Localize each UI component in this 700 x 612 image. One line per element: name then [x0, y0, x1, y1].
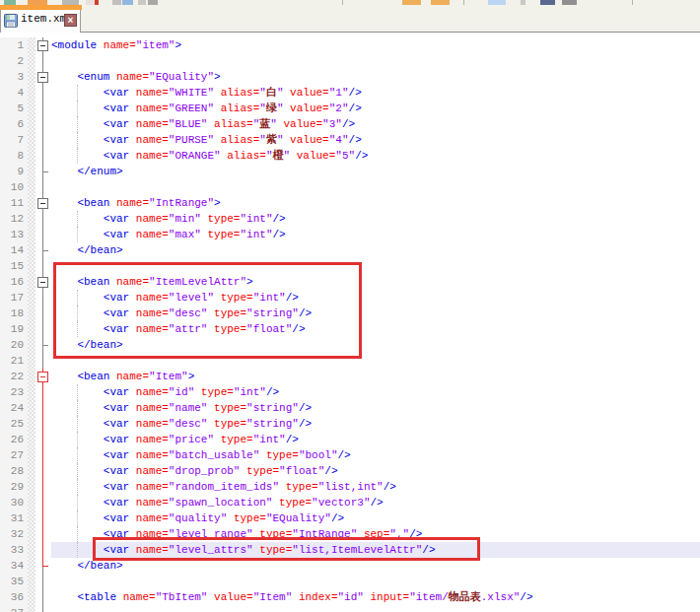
bookmark-margin	[28, 274, 35, 290]
fold-toggle-icon[interactable]	[35, 274, 51, 290]
code-line[interactable]: </bean>	[51, 337, 700, 353]
code-line[interactable]	[51, 258, 700, 274]
code-row: 1<module name="item">	[0, 37, 700, 53]
code-token: />	[384, 481, 396, 493]
active-tab-accent	[0, 5, 82, 10]
code-line[interactable]: <var name="GREEN" alias="绿" value="2"/>	[51, 101, 700, 116]
code-line[interactable]: <var name="random_item_ids" type="list,i…	[51, 479, 700, 495]
toolbar-icon-fragment[interactable]	[540, 0, 555, 5]
code-line[interactable]: </bean>	[51, 558, 700, 574]
fold-margin	[35, 574, 51, 589]
code-token	[279, 481, 286, 493]
code-token: "int"	[253, 292, 286, 304]
fold-margin	[35, 589, 51, 605]
tab-close-icon[interactable]: ×	[64, 14, 77, 27]
fold-toggle-icon[interactable]	[35, 369, 51, 384]
bookmark-margin	[28, 605, 35, 612]
toolbar-icon-fragment[interactable]	[562, 0, 577, 5]
code-line[interactable]	[51, 574, 700, 589]
code-line[interactable]: <table name="TbItem" value="Item" index=…	[51, 589, 700, 605]
code-line[interactable]: <var name="batch_usable" type="bool"/>	[51, 447, 700, 463]
code-token: <bean	[77, 276, 116, 288]
code-token: name=	[136, 402, 169, 414]
code-token: type=	[259, 528, 292, 540]
code-row: 26 <var name="price" type="int"/>	[0, 432, 700, 447]
line-number: 33	[0, 542, 28, 558]
toolbar-icon-fragment[interactable]	[402, 0, 421, 5]
code-line[interactable]: <var name="BLUE" alias="蓝" value="3"/>	[51, 116, 700, 132]
code-token: <var	[104, 323, 136, 335]
code-line[interactable]: <bean name="IntRange">	[51, 195, 700, 211]
code-token: "max"	[169, 229, 201, 240]
code-line[interactable]: <var name="desc" type="string"/>	[51, 416, 700, 432]
fold-toggle-icon[interactable]	[35, 37, 51, 53]
code-line[interactable]: </bean>	[51, 242, 700, 258]
code-line[interactable]: <var name="level" type="int"/>	[51, 290, 700, 306]
toolbar-icon-fragment[interactable]	[112, 0, 121, 5]
code-token: "EQuality"	[149, 71, 214, 83]
code-token: "ItemLevelAttr"	[149, 276, 246, 288]
code-line[interactable]: <enum name="EQuality">	[51, 69, 700, 85]
code-token: "	[259, 134, 266, 146]
code-line[interactable]: <var name="desc" type="string"/>	[51, 306, 700, 321]
code-line[interactable]	[51, 179, 700, 195]
toolbar-icon-fragment[interactable]	[521, 0, 525, 5]
code-line[interactable]: <var name="max" type="int"/>	[51, 227, 700, 242]
code-token: <var	[104, 512, 136, 524]
code-token: "price"	[169, 434, 214, 445]
code-token: type=	[201, 386, 234, 398]
code-token: "int"	[240, 213, 272, 225]
code-line[interactable]: <var name="quality" type="EQuality"/>	[51, 510, 700, 526]
bookmark-margin	[28, 447, 35, 463]
code-line[interactable]: <var name="id" type="int"/>	[51, 384, 700, 400]
code-line[interactable]: </enum>	[51, 164, 700, 179]
code-line[interactable]: <var name="price" type="int"/>	[51, 432, 700, 447]
code-row: 4 <var name="WHITE" alias="白" value="1"/…	[0, 85, 700, 101]
code-line[interactable]: <var name="ORANGE" alias="橙" value="5"/>	[51, 148, 700, 164]
code-token: type=	[207, 229, 240, 240]
fold-toggle-icon[interactable]	[35, 69, 51, 85]
bookmark-margin	[28, 164, 35, 179]
code-line[interactable]: <var name="spawn_location" type="vector3…	[51, 495, 700, 510]
code-line[interactable]: <var name="min" type="int"/>	[51, 211, 700, 227]
code-token: "random_item_ids"	[169, 481, 279, 493]
code-line[interactable]: <var name="name" type="string"/>	[51, 400, 700, 416]
code-line[interactable]	[51, 605, 700, 612]
code-line[interactable]: <bean name="ItemLevelAttr">	[51, 274, 700, 290]
code-line[interactable]: <var name="drop_prob" type="float"/>	[51, 463, 700, 479]
code-token: <var	[104, 307, 136, 319]
code-line[interactable]: <var name="level_attrs" type="list,ItemL…	[51, 542, 700, 558]
code-row: 18 <var name="desc" type="string"/>	[0, 306, 700, 321]
code-line[interactable]: <module name="item">	[51, 37, 700, 53]
code-line[interactable]: <bean name="Item">	[51, 369, 700, 384]
fold-margin	[35, 400, 51, 416]
toolbar-icon-fragment[interactable]	[148, 0, 158, 5]
toolbar-strip[interactable]: item.xml ×	[0, 0, 700, 33]
code-line[interactable]: <var name="WHITE" alias="白" value="1"/>	[51, 85, 700, 101]
toolbar-icon-fragment[interactable]	[122, 0, 133, 5]
tab-item-xml[interactable]: item.xml ×	[0, 5, 81, 33]
code-line[interactable]: <var name="PURSE" alias="紫" value="4"/>	[51, 132, 700, 148]
fold-toggle-icon[interactable]	[35, 195, 51, 211]
code-row: 28 <var name="drop_prob" type="float"/>	[0, 463, 700, 479]
code-token: name=	[136, 465, 169, 477]
code-token: <var	[104, 213, 136, 225]
fold-margin	[35, 384, 51, 400]
toolbar-icon-fragment[interactable]	[86, 0, 95, 5]
code-line[interactable]: <var name="level_range" type="IntRange" …	[51, 526, 700, 542]
toolbar-icon-fragment[interactable]	[138, 0, 146, 5]
code-editor[interactable]: 1<module name="item">23 <enum name="EQua…	[0, 33, 700, 612]
code-line[interactable]	[51, 353, 700, 369]
code-row: 35	[0, 574, 700, 589]
code-token: name=	[136, 150, 169, 162]
code-line[interactable]	[51, 53, 700, 69]
toolbar-icon-fragment[interactable]	[488, 0, 506, 5]
toolbar-icon-fragment[interactable]	[431, 0, 450, 5]
fold-margin	[35, 558, 51, 574]
code-token: "string"	[246, 418, 299, 430]
line-number: 27	[0, 447, 28, 463]
code-row: 10	[0, 179, 700, 195]
bookmark-margin	[28, 321, 35, 337]
code-line[interactable]: <var name="attr" type="float"/>	[51, 321, 700, 337]
toolbar-icon-fragment[interactable]	[95, 0, 99, 5]
